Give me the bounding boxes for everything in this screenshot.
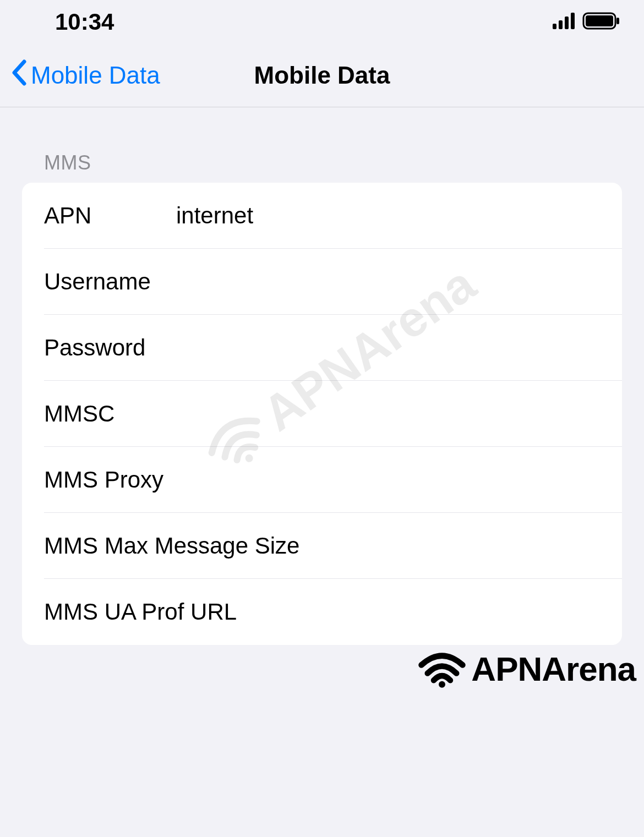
svg-rect-2: [565, 17, 569, 29]
page-title: Mobile Data: [254, 62, 390, 89]
settings-group: APN Username Password MMSC MMS Proxy MMS…: [22, 183, 622, 645]
nav-bar: Mobile Data Mobile Data: [0, 44, 644, 107]
mmsc-label: MMSC: [44, 401, 176, 427]
svg-rect-0: [553, 24, 556, 29]
svg-point-8: [439, 681, 445, 687]
mmsc-input[interactable]: [176, 401, 600, 427]
password-row[interactable]: Password: [22, 315, 622, 381]
mms-max-size-row[interactable]: MMS Max Message Size: [22, 513, 622, 579]
mms-ua-prof-row[interactable]: MMS UA Prof URL: [22, 579, 622, 645]
status-icons: [553, 12, 622, 32]
svg-rect-5: [586, 15, 613, 26]
mms-proxy-label: MMS Proxy: [44, 467, 309, 493]
watermark-bottom-text: APNArena: [471, 649, 636, 688]
wifi-icon: [417, 650, 467, 688]
content: MMS APN Username Password MMSC MMS Proxy: [0, 107, 644, 645]
chevron-left-icon: [11, 59, 28, 91]
apn-input[interactable]: [176, 203, 600, 229]
svg-rect-3: [571, 13, 575, 29]
status-bar: 10:34: [0, 0, 644, 44]
mms-max-size-input[interactable]: [309, 533, 600, 559]
section-header-mms: MMS: [22, 135, 622, 183]
watermark-bottom: APNArena: [417, 649, 636, 688]
mms-proxy-input[interactable]: [309, 467, 600, 493]
cellular-signal-icon: [553, 13, 578, 31]
mms-proxy-row[interactable]: MMS Proxy: [22, 447, 622, 513]
apn-label: APN: [44, 203, 176, 229]
mms-ua-prof-input[interactable]: [309, 599, 600, 625]
username-input[interactable]: [176, 269, 600, 295]
password-label: Password: [44, 335, 176, 361]
mms-max-size-label: MMS Max Message Size: [44, 533, 309, 559]
battery-icon: [582, 12, 622, 32]
password-input[interactable]: [176, 335, 600, 361]
apn-row[interactable]: APN: [22, 183, 622, 249]
svg-rect-1: [559, 20, 563, 29]
svg-rect-6: [616, 18, 619, 24]
status-time: 10:34: [55, 9, 114, 35]
mmsc-row[interactable]: MMSC: [22, 381, 622, 447]
back-label: Mobile Data: [31, 62, 160, 89]
mms-ua-prof-label: MMS UA Prof URL: [44, 599, 309, 625]
back-button[interactable]: Mobile Data: [11, 59, 160, 91]
username-label: Username: [44, 269, 176, 295]
username-row[interactable]: Username: [22, 249, 622, 315]
